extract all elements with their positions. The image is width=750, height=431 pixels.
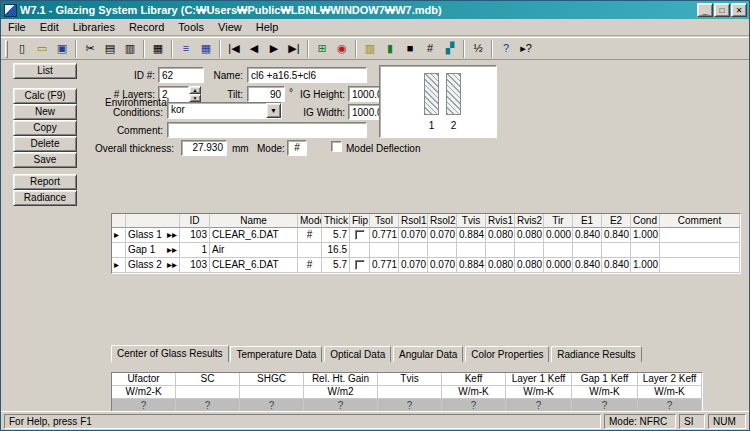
tab-color-properties[interactable]: Color Properties	[465, 346, 549, 362]
detail-view-icon[interactable]: ▦	[196, 39, 216, 59]
minimize-button[interactable]: _	[697, 3, 713, 17]
divider-library-icon[interactable]: ■	[400, 39, 420, 59]
report-button[interactable]: Report	[13, 174, 77, 190]
cell-rsol1[interactable]	[399, 243, 428, 258]
cell-id[interactable]: 1	[180, 243, 210, 258]
menu-libraries[interactable]: Libraries	[66, 19, 122, 35]
cell-cond[interactable]: 1.000	[631, 228, 660, 243]
tab-radiance-results[interactable]: Radiance Results	[551, 346, 641, 362]
cell-cond[interactable]: 1.000	[631, 258, 660, 273]
close-button[interactable]: ✕	[731, 3, 747, 17]
layer-label-cell[interactable]: Glass 1▸▸	[126, 228, 180, 243]
list-button[interactable]: List	[13, 63, 77, 79]
spin-down-icon[interactable]: ▼	[189, 94, 201, 102]
radiance-button[interactable]: Radiance	[13, 190, 77, 206]
cell-e2[interactable]: 0.840	[602, 258, 631, 273]
copy-button[interactable]: Copy	[13, 120, 77, 136]
new-button[interactable]: New	[13, 104, 77, 120]
cell-thick[interactable]: 5.7	[322, 228, 350, 243]
cell-rsol2[interactable]: 0.070	[428, 258, 457, 273]
cell-comment[interactable]	[660, 243, 740, 258]
help-icon[interactable]: ?	[496, 39, 516, 59]
calc-button[interactable]: Calc (F9)	[13, 88, 77, 104]
cell-tsol[interactable]	[370, 243, 399, 258]
cell-e1[interactable]	[573, 243, 602, 258]
save-icon[interactable]: ▣	[52, 39, 72, 59]
cell-tvis[interactable]: 0.884	[457, 258, 486, 273]
copy-icon[interactable]: ▤	[100, 39, 120, 59]
cell-e2[interactable]	[602, 243, 631, 258]
layer-link-icon[interactable]: ▸▸	[167, 228, 177, 242]
cell-comment[interactable]	[660, 258, 740, 273]
menu-file[interactable]: File	[1, 19, 33, 35]
layer-link-icon[interactable]: ▸▸	[167, 258, 177, 272]
cell-e2[interactable]: 0.840	[602, 228, 631, 243]
flip-checkbox[interactable]	[355, 260, 365, 270]
print-icon[interactable]: ▦	[148, 39, 168, 59]
tab-center-of-glass-results[interactable]: Center of Glass Results	[111, 345, 229, 362]
cell-rvis1[interactable]: 0.080	[486, 258, 515, 273]
cell-cond[interactable]	[631, 243, 660, 258]
menu-record[interactable]: Record	[122, 19, 171, 35]
tab-temperature-data[interactable]: Temperature Data	[230, 346, 322, 362]
cell-name[interactable]: CLEAR_6.DAT	[210, 258, 298, 273]
layer-label-cell[interactable]: Gap 1▸▸	[126, 243, 180, 258]
layer-link-icon[interactable]: ▸▸	[167, 243, 177, 257]
new-file-icon[interactable]: ▯	[12, 39, 32, 59]
cell-mode[interactable]	[298, 243, 322, 258]
environmental-conditions-select[interactable]: kor ▼	[167, 102, 282, 119]
dropdown-arrow-icon[interactable]: ▼	[266, 103, 281, 118]
cell-thick[interactable]: 16.5	[322, 243, 350, 258]
layer-label-cell[interactable]: Glass 2▸▸	[126, 258, 180, 273]
cell-rvis1[interactable]: 0.080	[486, 228, 515, 243]
percent-icon[interactable]: ½	[468, 39, 488, 59]
cell-comment[interactable]	[660, 228, 740, 243]
menu-view[interactable]: View	[211, 19, 249, 35]
cell-flip[interactable]	[350, 243, 370, 258]
cell-name[interactable]: CLEAR_6.DAT	[210, 228, 298, 243]
last-record-icon[interactable]: ▶|	[284, 39, 304, 59]
spin-up-icon[interactable]: ▲	[189, 86, 201, 94]
maximize-button[interactable]: □	[714, 3, 730, 17]
prev-record-icon[interactable]: ◀	[244, 39, 264, 59]
cell-rvis1[interactable]	[486, 243, 515, 258]
menu-tools[interactable]: Tools	[171, 19, 211, 35]
gap-library-icon[interactable]: ▥	[360, 39, 380, 59]
tilt-field[interactable]	[247, 86, 285, 102]
toolbar-grip[interactable]	[5, 40, 8, 58]
name-field[interactable]	[247, 67, 367, 83]
titlebar[interactable]: W7.1 - Glazing System Library (C:₩Users₩…	[1, 1, 749, 19]
paste-icon[interactable]: ▥	[120, 39, 140, 59]
id-field[interactable]	[158, 67, 204, 83]
cell-rvis2[interactable]: 0.080	[515, 228, 544, 243]
cell-rsol1[interactable]: 0.070	[399, 258, 428, 273]
cell-rvis2[interactable]: 0.080	[515, 258, 544, 273]
cell-tsol[interactable]: 0.771	[370, 228, 399, 243]
layers-spinner[interactable]: ▲▼	[189, 86, 201, 102]
comment-field[interactable]	[167, 122, 367, 138]
grid-toggle-icon[interactable]: #	[420, 39, 440, 59]
cell-id[interactable]: 103	[180, 258, 210, 273]
cell-flip[interactable]	[350, 228, 370, 243]
flip-checkbox[interactable]	[355, 230, 365, 240]
cell-rsol2[interactable]	[428, 243, 457, 258]
cell-tir[interactable]: 0.000	[544, 228, 573, 243]
open-icon[interactable]: ▭	[32, 39, 52, 59]
tab-optical-data[interactable]: Optical Data	[324, 346, 391, 362]
cell-rsol2[interactable]: 0.070	[428, 228, 457, 243]
cell-rvis2[interactable]	[515, 243, 544, 258]
context-help-icon[interactable]: ▸?	[516, 39, 536, 59]
delete-button[interactable]: Delete	[13, 136, 77, 152]
cell-id[interactable]: 103	[180, 228, 210, 243]
cell-tir[interactable]: 0.000	[544, 258, 573, 273]
glass-library-icon[interactable]: ◉	[332, 39, 352, 59]
first-record-icon[interactable]: |◀	[224, 39, 244, 59]
list-view-icon[interactable]: ≡	[176, 39, 196, 59]
cell-mode[interactable]: #	[298, 258, 322, 273]
cell-e1[interactable]: 0.840	[573, 228, 602, 243]
cell-thick[interactable]: 5.7	[322, 258, 350, 273]
cell-tsol[interactable]: 0.771	[370, 258, 399, 273]
environment-icon[interactable]: ▞	[440, 39, 460, 59]
frame-library-icon[interactable]: ▮	[380, 39, 400, 59]
cell-e1[interactable]: 0.840	[573, 258, 602, 273]
